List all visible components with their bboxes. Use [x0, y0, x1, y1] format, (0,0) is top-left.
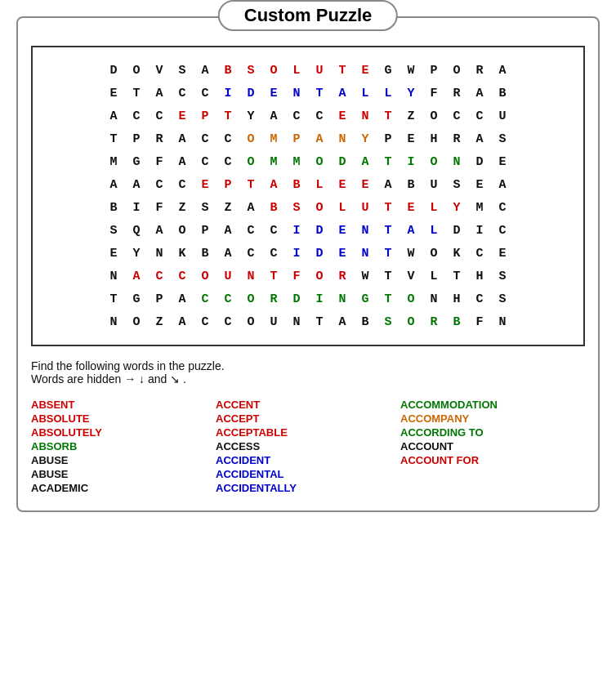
grid-cell: E — [262, 82, 285, 105]
word-item: ACCOMPANY — [400, 412, 585, 425]
grid-cell: N — [354, 105, 377, 127]
grid-cell: T — [125, 82, 148, 105]
grid-cell: L — [285, 59, 308, 82]
word-item: ACCORDING TO — [400, 426, 585, 439]
grid-cell: C — [445, 105, 468, 127]
grid-cell: A — [491, 173, 514, 196]
word-item: ACCIDENTALLY — [216, 482, 400, 494]
grid-cell: G — [354, 287, 377, 310]
grid-cell: T — [216, 105, 239, 127]
grid-cell: R — [468, 59, 491, 82]
grid-cell: U — [491, 105, 514, 127]
word-item: ABSORB — [31, 440, 216, 452]
grid-cell: W — [354, 265, 377, 287]
grid-cell: C — [148, 265, 171, 287]
grid-cell: T — [102, 287, 125, 310]
grid-cell: O — [308, 265, 331, 287]
grid-cell: U — [354, 196, 377, 219]
grid-cell: P — [377, 127, 400, 150]
word-item: ABSENT — [31, 399, 216, 411]
grid-cell: D — [331, 150, 354, 173]
grid-cell: T — [239, 173, 262, 196]
grid-cell: G — [125, 287, 148, 310]
grid-cell: T — [331, 59, 354, 82]
grid-cell: L — [354, 82, 377, 105]
grid-cell: A — [377, 173, 400, 196]
word-column-1: ACCENTACCEPTACCEPTABLEACCESSACCIDENTACCI… — [216, 399, 400, 494]
grid-cell: P — [194, 105, 216, 127]
grid-cell: C — [262, 219, 285, 242]
grid-cell: S — [491, 127, 514, 150]
grid-cell: S — [171, 59, 194, 82]
grid-cell: A — [171, 127, 194, 150]
grid-cell: C — [171, 173, 194, 196]
grid-cell: N — [285, 82, 308, 105]
grid-cell: M — [102, 150, 125, 173]
grid-cell: O — [262, 59, 285, 82]
grid-cell: O — [194, 265, 216, 287]
word-item: ACCEPTABLE — [216, 426, 400, 439]
grid-cell: U — [262, 310, 285, 333]
grid-cell: C — [125, 105, 148, 127]
grid-cell: B — [491, 82, 514, 105]
word-column-2: ACCOMMODATIONACCOMPANYACCORDING TOACCOUN… — [400, 399, 585, 494]
grid-cell: T — [377, 265, 400, 287]
word-search-grid: DOVSABSOLUTEGWPORAETACCIDENTALLYFRABACCE… — [41, 59, 575, 333]
grid-cell: M — [468, 196, 491, 219]
grid-cell: F — [285, 265, 308, 287]
grid-cell: C — [491, 196, 514, 219]
grid-cell: D — [308, 242, 331, 265]
grid-cell: N — [354, 242, 377, 265]
grid-cell: C — [194, 150, 216, 173]
grid-cell: B — [194, 242, 216, 265]
grid-cell: O — [125, 310, 148, 333]
grid-cell: S — [239, 59, 262, 82]
grid-cell: S — [102, 219, 125, 242]
grid-cell: V — [148, 59, 171, 82]
grid-cell: C — [171, 265, 194, 287]
grid-cell: H — [468, 265, 491, 287]
grid-cell: B — [445, 310, 468, 333]
grid-cell: B — [400, 173, 422, 196]
grid-cell: C — [468, 105, 491, 127]
grid-cell: O — [400, 287, 422, 310]
grid-cell: I — [216, 82, 239, 105]
grid-cell: L — [308, 173, 331, 196]
grid-cell: T — [308, 310, 331, 333]
puzzle-grid-border: DOVSABSOLUTEGWPORAETACCIDENTALLYFRABACCE… — [31, 46, 585, 346]
grid-cell: A — [239, 196, 262, 219]
grid-cell: O — [239, 310, 262, 333]
grid-cell: A — [468, 82, 491, 105]
grid-cell: U — [422, 173, 445, 196]
grid-cell: A — [171, 150, 194, 173]
grid-cell: Q — [125, 219, 148, 242]
grid-cell: D — [285, 287, 308, 310]
grid-cell: P — [125, 127, 148, 150]
word-item: ACCIDENT — [216, 454, 400, 466]
grid-cell: C — [171, 82, 194, 105]
grid-cell: Y — [400, 82, 422, 105]
grid-cell: A — [125, 265, 148, 287]
grid-cell: O — [422, 150, 445, 173]
grid-cell: O — [125, 59, 148, 82]
grid-cell: C — [468, 242, 491, 265]
grid-cell: S — [491, 287, 514, 310]
grid-cell: S — [491, 265, 514, 287]
word-item: ACCEPT — [216, 412, 400, 425]
grid-cell: B — [216, 59, 239, 82]
grid-cell: A — [354, 150, 377, 173]
instruction-line2: Words are hidden → ↓ and ↘ . — [31, 372, 585, 386]
grid-cell: A — [194, 59, 216, 82]
grid-cell: E — [171, 105, 194, 127]
grid-cell: B — [262, 196, 285, 219]
grid-cell: G — [377, 59, 400, 82]
grid-cell: A — [148, 82, 171, 105]
word-item: ACADEMIC — [31, 482, 216, 494]
grid-cell: E — [491, 242, 514, 265]
grid-cell: T — [377, 219, 400, 242]
grid-cell: C — [194, 127, 216, 150]
grid-cell: A — [262, 105, 285, 127]
grid-cell: A — [171, 287, 194, 310]
grid-cell: S — [445, 173, 468, 196]
word-item: ACCOUNT FOR — [400, 454, 585, 466]
